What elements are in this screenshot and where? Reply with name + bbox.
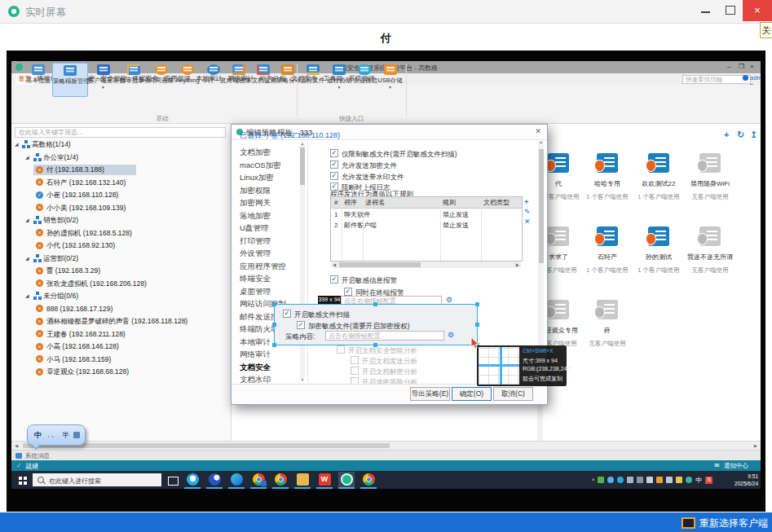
menu-app-control[interactable]: 应用程序管控 [240, 262, 286, 272]
checkbox-checked-icon[interactable] [330, 275, 338, 284]
tray-icon[interactable] [676, 477, 682, 483]
dialog-close-icon[interactable]: ✕ [535, 127, 541, 135]
menu-terminal-security[interactable]: 终端安全 [240, 274, 271, 284]
start-button[interactable] [19, 477, 22, 480]
resize-handle[interactable] [373, 302, 377, 306]
scroll-right-icon[interactable]: ▶ [516, 262, 519, 268]
menu-landing-encrypt[interactable]: 落地加密 [240, 211, 271, 222]
check-decrypt-analysis[interactable]: 开启文档解密分析 [351, 366, 417, 375]
table-hscrollbar[interactable]: ◀▶ [331, 262, 521, 268]
checkbox-checked-icon[interactable] [330, 160, 338, 169]
table-row[interactable]: 邮件客户端 [344, 220, 377, 231]
checkbox-checked-icon[interactable] [330, 172, 338, 180]
ribbon-policy-template-button[interactable]: 策略模板管理 [52, 63, 88, 97]
taskbar-search[interactable]: 在此键入进行搜索 [33, 473, 161, 486]
ribbon-terminal-portrait-button[interactable]: 终端画像 [227, 63, 250, 95]
add-template-icon[interactable]: + [724, 130, 729, 139]
expand-icon[interactable] [25, 253, 29, 264]
checkbox-checked-icon[interactable] [283, 310, 291, 318]
mail-icon[interactable]: ✉ [714, 462, 720, 469]
check-encrypt-sensitive[interactable]: 加密敏感文件(需要开启加密授权) [297, 320, 410, 329]
ime-indicator[interactable]: 中 [695, 476, 702, 485]
expand-icon[interactable] [15, 138, 19, 150]
close-button[interactable]: × [743, 0, 772, 21]
ime-punct[interactable]: ，。 [46, 425, 57, 445]
ribbon-time-portrait-button[interactable]: 时间画像 [149, 63, 174, 95]
scroll-up-icon[interactable]: ▲ [538, 139, 544, 144]
checkbox-icon[interactable] [351, 367, 359, 375]
ribbon-remote-assist-button[interactable]: 远程协助▼ [327, 63, 351, 95]
chrome-icon[interactable] [272, 472, 289, 489]
ribbon-policy-distribution-button[interactable]: 策略分布 [276, 63, 299, 95]
edit-rule-icon[interactable]: ✎ [524, 207, 531, 217]
tree-node-terminal[interactable]: 孙的虚拟机 (192.168.5.128) [11, 227, 231, 239]
export-policy-button[interactable]: 导出策略(E) [410, 387, 450, 401]
menu-network-audit[interactable]: 网络审计 [240, 350, 271, 360]
check-terminal-alert[interactable]: 同时在终端报警 [344, 287, 404, 296]
tree-node-group[interactable]: 办公室(1/4) [11, 152, 231, 163]
ime-lang[interactable]: 中 [34, 425, 42, 445]
template-card[interactable]: 禁用随身WiFi无客户端使用 [685, 153, 735, 201]
rules-table[interactable]: # 程序 进程名 规则 文档类型 1 聊天软件 禁止发送 2 邮件客户端 禁止发… [330, 196, 523, 262]
expand-icon[interactable] [25, 214, 29, 226]
menu-local-audit[interactable]: 本地审计 [240, 337, 271, 348]
ribbon-doc-monitor-button[interactable]: 文档监测 [252, 63, 275, 95]
gear-icon[interactable]: ⚙ [448, 331, 454, 339]
menu-desktop-mgmt[interactable]: 桌面管理 [240, 287, 271, 297]
policy-content-input[interactable]: 点击右侧按钮配置 [325, 331, 444, 341]
taskbar-clock[interactable]: 9:51 2025/6/24 [730, 473, 758, 487]
tree-node-terminal[interactable]: 小小美 (192.168.109.139) [11, 202, 231, 213]
gear-icon[interactable]: ⚙ [446, 296, 452, 304]
menu-doc-security-selected[interactable]: 文档安全 [240, 363, 271, 373]
check-send-analysis[interactable]: 开启文档发送分析 [351, 355, 417, 364]
refresh-icon[interactable]: ↻ [737, 130, 744, 140]
checkbox-checked-icon[interactable] [297, 321, 305, 329]
resize-handle[interactable] [373, 343, 377, 347]
checkbox-checked-icon[interactable] [330, 149, 338, 157]
tray-icon[interactable] [646, 477, 653, 483]
delete-rule-icon[interactable]: ✕ [524, 217, 531, 226]
check-allow-encrypted[interactable]: 允许发送加密文件 [330, 160, 397, 169]
ribbon-remote-file-button[interactable]: 远程文件 [300, 63, 325, 95]
check-sensitive-scan[interactable]: 开启敏感文件扫描 [283, 309, 350, 318]
template-card[interactable]: 我迷不迷无所谓无客户端使用 [685, 226, 735, 275]
ime-tools-icon[interactable] [73, 432, 80, 438]
tree-search-input[interactable] [15, 127, 226, 138]
console-close-button[interactable]: × [750, 63, 754, 70]
ribbon-today-overview-button[interactable]: 今日一览 [201, 63, 225, 95]
tree-node-group[interactable]: 销售部(0/2) [11, 214, 231, 226]
table-row[interactable]: 禁止发送 [443, 220, 469, 231]
quark-icon[interactable] [206, 472, 223, 489]
tree-search[interactable] [15, 127, 226, 138]
tray-icon[interactable] [617, 477, 624, 483]
scroll-right-icon[interactable]: ▶ [754, 442, 757, 449]
tree-node-terminal[interactable]: 石特产 (192.168.132.140) [11, 177, 231, 188]
ribbon-usb-storage-button[interactable]: USB存储▼ [377, 63, 403, 95]
scroll-down-icon[interactable]: ▼ [300, 377, 305, 382]
sogou-icon[interactable]: S [705, 477, 712, 484]
ime-toolbar[interactable]: 中 ，。 半 [27, 424, 86, 446]
menu-encrypt-gateway[interactable]: 加密网关 [240, 198, 271, 209]
add-rule-icon[interactable]: + [524, 197, 528, 207]
maximize-button[interactable] [718, 0, 743, 21]
template-card[interactable]: 薛无客户端使用 [582, 300, 633, 348]
chrome-gear-icon[interactable] [250, 472, 267, 489]
check-allow-watermark[interactable]: 允许发送带水印文件 [330, 171, 404, 180]
menu-print-mgmt[interactable]: 打印管理 [240, 236, 271, 247]
tray-expand-icon[interactable]: ^ [592, 477, 594, 483]
ribbon-pending-approval-button[interactable]: 待审批事务 [120, 63, 148, 95]
scrollbar-thumb[interactable] [539, 149, 544, 263]
minimize-button[interactable] [694, 0, 718, 21]
tree-node-terminal[interactable]: 小代 (192.168.92.130) [11, 240, 231, 251]
tree-node-terminal[interactable]: 张欢龙虚拟机 (192.168.206.128) [11, 278, 231, 289]
template-card[interactable]: 欢欢测试221 个客户端使用 [633, 153, 684, 201]
console-maximize-button[interactable]: ❒ [739, 63, 744, 70]
scroll-up-icon[interactable]: ▲ [300, 141, 305, 146]
tree-node-terminal[interactable]: 酒杯相碰都是梦破碎的声音 (192.168.118.128) [11, 315, 231, 327]
edge-icon[interactable] [228, 472, 245, 489]
tree-node-terminal[interactable]: 小崔 (192.168.110.128) [11, 189, 231, 200]
resize-handle[interactable] [272, 302, 276, 306]
tree-node-terminal-selected[interactable]: 付 (192.168.3.188) [11, 164, 231, 175]
table-row[interactable]: 禁止发送 [443, 209, 469, 220]
quick-search[interactable] [682, 75, 751, 84]
